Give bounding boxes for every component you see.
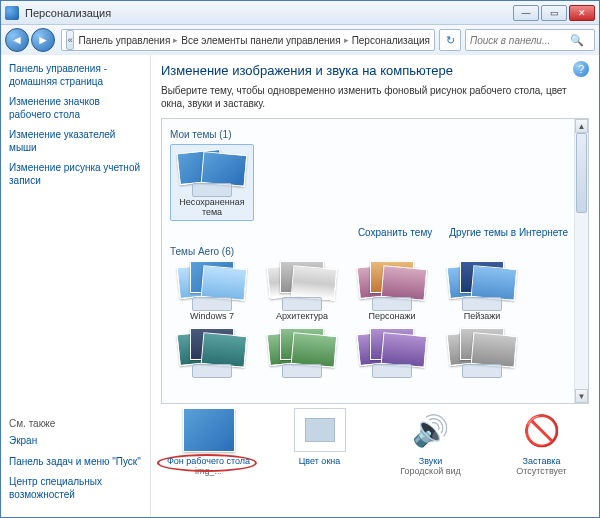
- breadcrumb-item[interactable]: Все элементы панели управления: [181, 35, 340, 46]
- sidebar: Панель управления - домашняя страница Из…: [1, 55, 151, 517]
- window-controls: — ▭ ✕: [511, 5, 595, 21]
- theme-item[interactable]: Персонажи: [350, 261, 434, 322]
- sidebar-link[interactable]: Панель управления - домашняя страница: [9, 63, 142, 88]
- sidebar-also-link[interactable]: Экран: [9, 435, 142, 448]
- theme-item[interactable]: Несохраненная тема: [170, 144, 254, 221]
- screensaver-link[interactable]: 🚫 Заставка Отсутствует: [496, 408, 587, 476]
- more-themes-link[interactable]: Другие темы в Интернете: [449, 227, 568, 238]
- theme-item[interactable]: Windows 7: [170, 261, 254, 322]
- window-color-link[interactable]: Цвет окна: [274, 408, 365, 466]
- theme-item[interactable]: [350, 328, 434, 379]
- minimize-button[interactable]: —: [513, 5, 539, 21]
- app-icon: [5, 6, 19, 20]
- page-description: Выберите тему, чтобы одновременно измени…: [161, 84, 589, 110]
- screensaver-icon: 🚫: [516, 408, 568, 452]
- toolbar: ◄ ► « Панель управления ▸ Все элементы п…: [1, 25, 599, 55]
- theme-group-header: Темы Aero (6): [170, 246, 570, 257]
- forward-button[interactable]: ►: [31, 28, 55, 52]
- close-button[interactable]: ✕: [569, 5, 595, 21]
- search-box[interactable]: 🔍: [465, 29, 595, 51]
- scroll-up-button[interactable]: ▲: [575, 119, 588, 133]
- content: Панель управления - домашняя страница Из…: [1, 55, 599, 517]
- bottom-quick-links: Фон рабочего стола img_... Цвет окна 🔊 З…: [161, 404, 589, 476]
- titlebar: Персонализация — ▭ ✕: [1, 1, 599, 25]
- back-button[interactable]: ◄: [5, 28, 29, 52]
- main-pane: ? Изменение изображения и звука на компь…: [151, 55, 599, 517]
- sounds-link[interactable]: 🔊 Звуки Городской вид: [385, 408, 476, 476]
- theme-item[interactable]: Архитектура: [260, 261, 344, 322]
- theme-group-header: Мои темы (1): [170, 129, 570, 140]
- window-color-icon: [294, 408, 346, 452]
- sidebar-link[interactable]: Изменение указателей мыши: [9, 129, 142, 154]
- page-heading: Изменение изображения и звука на компьют…: [161, 63, 589, 78]
- window: Персонализация — ▭ ✕ ◄ ► « Панель управл…: [0, 0, 600, 518]
- sidebar-also-link[interactable]: Панель задач и меню "Пуск": [9, 456, 142, 469]
- sidebar-link[interactable]: Изменение рисунка учетной записи: [9, 162, 142, 187]
- desktop-background-link[interactable]: Фон рабочего стола img_...: [163, 408, 254, 476]
- sounds-icon: 🔊: [405, 408, 457, 452]
- sidebar-also-header: См. также: [9, 418, 142, 429]
- save-theme-link[interactable]: Сохранить тему: [358, 227, 433, 238]
- breadcrumb-item[interactable]: Панель управления: [78, 35, 170, 46]
- breadcrumb-history-icon[interactable]: «: [66, 30, 74, 50]
- window-title: Персонализация: [25, 7, 511, 19]
- theme-item[interactable]: [440, 328, 524, 379]
- scroll-down-button[interactable]: ▼: [575, 389, 588, 403]
- refresh-button[interactable]: ↻: [439, 29, 461, 51]
- breadcrumb-item[interactable]: Персонализация: [352, 35, 430, 46]
- search-input[interactable]: [470, 35, 570, 46]
- scroll-thumb[interactable]: [576, 133, 587, 213]
- theme-item[interactable]: [260, 328, 344, 379]
- sidebar-link[interactable]: Изменение значков рабочего стола: [9, 96, 142, 121]
- desktop-background-icon: [183, 408, 235, 452]
- search-icon: 🔍: [570, 34, 584, 47]
- sidebar-also-link[interactable]: Центр специальных возможностей: [9, 476, 142, 501]
- breadcrumb[interactable]: « Панель управления ▸ Все элементы панел…: [61, 29, 435, 51]
- scrollbar[interactable]: ▲ ▼: [574, 119, 588, 403]
- theme-item[interactable]: Пейзажи: [440, 261, 524, 322]
- help-icon[interactable]: ?: [573, 61, 589, 77]
- theme-panel: ▲ ▼ Мои темы (1) Несохраненная: [161, 118, 589, 404]
- theme-item[interactable]: [170, 328, 254, 379]
- maximize-button[interactable]: ▭: [541, 5, 567, 21]
